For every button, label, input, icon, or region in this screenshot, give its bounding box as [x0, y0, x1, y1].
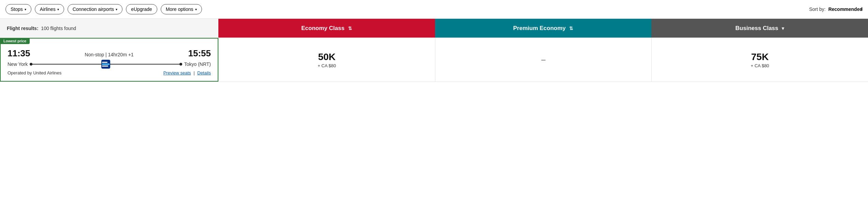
- premium-price-cell: –: [435, 38, 652, 82]
- lowest-price-badge: Lowest price: [0, 38, 30, 44]
- details-link[interactable]: Details: [197, 70, 211, 75]
- connection-airports-pill[interactable]: Connection airports ▾: [68, 4, 122, 14]
- flight-info-panel: 11:35 Non-stop | 14hr20m +1 15:55 New Yo…: [0, 38, 218, 82]
- link-separator: |: [193, 70, 196, 75]
- flight-results-count: 100 flights found: [41, 26, 76, 31]
- more-options-label: More options: [166, 6, 193, 12]
- premium-price-dash: –: [541, 55, 545, 64]
- business-price-points: 75K: [751, 52, 768, 62]
- preview-seats-link[interactable]: Preview seats: [163, 70, 191, 75]
- flight-links: Preview seats | Details: [163, 70, 211, 75]
- column-headers: Flight results: 100 flights found Econom…: [0, 19, 868, 38]
- sort-dropdown-wrapper[interactable]: Recommended ▾: [828, 6, 863, 12]
- eupgrade-pill[interactable]: eUpgrade: [126, 4, 157, 14]
- connection-airports-chevron-icon: ▾: [116, 8, 117, 11]
- more-options-chevron-icon: ▾: [195, 8, 197, 11]
- eupgrade-label: eUpgrade: [131, 6, 152, 12]
- arrival-time: 15:55: [188, 48, 211, 59]
- route-row: New York Tokyo (NRT: [8, 61, 211, 67]
- route-line-track: [31, 64, 181, 65]
- economy-class-header[interactable]: Economy Class ⇅: [218, 19, 435, 38]
- stops-pill[interactable]: Stops ▾: [5, 4, 31, 14]
- flight-results-cell: Flight results: 100 flights found: [0, 19, 218, 38]
- premium-sort-icon: ⇅: [569, 26, 573, 31]
- svg-rect-2: [102, 62, 107, 63]
- flight-results-prefix: Flight results:: [7, 26, 39, 31]
- business-class-label: Business Class: [735, 25, 778, 32]
- airlines-chevron-icon: ▾: [57, 8, 59, 11]
- stops-label: Stops: [11, 6, 23, 12]
- connection-airports-label: Connection airports: [73, 6, 114, 12]
- flight-meta: Non-stop | 14hr20m +1: [85, 52, 133, 57]
- filter-pills: Stops ▾ Airlines ▾ Connection airports ▾…: [5, 4, 809, 14]
- business-class-header[interactable]: Business Class ▾: [651, 19, 868, 38]
- stops-chevron-icon: ▾: [25, 8, 26, 11]
- svg-rect-1: [102, 63, 110, 65]
- more-options-pill[interactable]: More options ▾: [161, 4, 202, 14]
- arrival-city: Tokyo (NRT): [184, 61, 211, 67]
- economy-price-cell[interactable]: 50K + CA $80: [218, 38, 435, 82]
- route-dot-left: [30, 63, 32, 66]
- economy-sort-icon: ⇅: [348, 26, 352, 31]
- business-sort-icon: ▾: [782, 26, 784, 31]
- airlines-pill[interactable]: Airlines ▾: [35, 4, 64, 14]
- flight-card: Lowest price 11:35 Non-stop | 14hr20m +1…: [0, 38, 868, 82]
- airline-logo: [101, 59, 111, 69]
- sort-label: Sort by:: [809, 6, 825, 12]
- filter-bar: Stops ▾ Airlines ▾ Connection airports ▾…: [0, 0, 868, 19]
- departure-time: 11:35: [8, 48, 30, 59]
- economy-price-cash: + CA $80: [318, 63, 336, 68]
- footer-row: Operated by United Airlines Preview seat…: [8, 70, 211, 75]
- route-dot-right: [179, 63, 182, 66]
- sort-area: Sort by: Recommended ▾: [809, 6, 863, 12]
- flight-results-text: Flight results: 100 flights found: [7, 26, 76, 31]
- premium-economy-header[interactable]: Premium Economy ⇅: [435, 19, 652, 38]
- departure-city: New York: [8, 61, 28, 67]
- sort-value[interactable]: Recommended: [828, 6, 863, 12]
- premium-economy-label: Premium Economy: [513, 25, 566, 32]
- airlines-label: Airlines: [40, 6, 56, 12]
- operated-by: Operated by United Airlines: [8, 70, 61, 75]
- svg-rect-3: [102, 66, 108, 67]
- economy-price-points: 50K: [318, 52, 335, 62]
- time-row: 11:35 Non-stop | 14hr20m +1 15:55: [8, 48, 211, 59]
- route-line: [28, 64, 184, 65]
- economy-class-label: Economy Class: [301, 25, 345, 32]
- business-price-cash: + CA $80: [751, 63, 769, 68]
- business-price-cell[interactable]: 75K + CA $80: [651, 38, 868, 82]
